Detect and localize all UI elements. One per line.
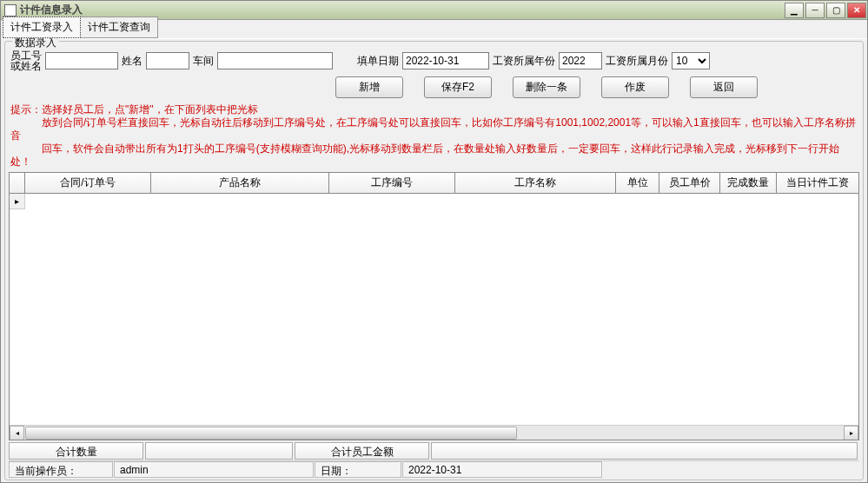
void-button[interactable]: 作废 xyxy=(601,76,669,98)
app-icon xyxy=(4,4,17,17)
label-wage-month: 工资所属月份 xyxy=(606,54,668,69)
input-emp[interactable] xyxy=(45,52,118,69)
restore-button[interactable]: ─ xyxy=(805,3,825,18)
grid-col-unit[interactable]: 单位 xyxy=(616,173,659,193)
summary-amt-value xyxy=(431,442,858,460)
select-wage-month[interactable]: 10 xyxy=(672,52,710,69)
horizontal-scrollbar[interactable]: ◂ ▸ xyxy=(10,425,858,440)
minimize-button[interactable]: ▁ xyxy=(785,3,804,18)
input-workshop[interactable] xyxy=(217,52,333,69)
input-wage-year[interactable] xyxy=(559,52,602,69)
summary-qty-label: 合计数量 xyxy=(9,442,143,460)
input-name[interactable] xyxy=(146,52,189,69)
grid-header: 合同/订单号 产品名称 工序编号 工序名称 单位 员工单价 完成数量 当日计件工… xyxy=(10,173,858,194)
window: 计件信息录入 ▁ ─ ▢ ✕ 计件工资录入 计件工资查询 数据录入 员工号 或姓… xyxy=(0,0,868,483)
scroll-thumb[interactable] xyxy=(25,427,517,440)
status-date-value: 2022-10-31 xyxy=(402,461,602,478)
scroll-track[interactable] xyxy=(24,426,844,440)
summary-amt-label: 合计员工金额 xyxy=(295,442,429,460)
grid-header-marker xyxy=(10,173,25,193)
summary-row: 合计数量 合计员工金额 xyxy=(9,442,859,460)
grid-col-wage[interactable]: 当日计件工资 xyxy=(777,173,858,193)
tabs: 计件工资录入 计件工资查询 xyxy=(1,20,867,39)
form-row: 员工号 或姓名 姓名 车间 填单日期 工资所属年份 工资所属月份 10 xyxy=(5,47,863,75)
grid-col-contract[interactable]: 合同/订单号 xyxy=(25,173,151,193)
grid-body[interactable]: ▸ xyxy=(10,194,858,425)
data-grid[interactable]: 合同/订单号 产品名称 工序编号 工序名称 单位 员工单价 完成数量 当日计件工… xyxy=(9,172,859,440)
groupbox-data-entry: 数据录入 员工号 或姓名 姓名 车间 填单日期 工资所属年份 工资所属月份 10… xyxy=(4,41,864,480)
delete-button[interactable]: 删除一条 xyxy=(513,76,580,98)
hint-text: 提示：选择好员工后，点"新增"，在下面列表中把光标 提示：放到合同/订单号栏直接… xyxy=(5,102,863,172)
grid-col-price[interactable]: 员工单价 xyxy=(659,173,720,193)
tab-query[interactable]: 计件工资查询 xyxy=(80,17,158,38)
save-button[interactable]: 保存F2 xyxy=(424,76,492,98)
status-date-label: 日期： xyxy=(315,461,401,478)
row-marker-icon: ▸ xyxy=(10,194,25,209)
label-bill-date: 填单日期 xyxy=(357,54,399,69)
label-wage-year: 工资所属年份 xyxy=(493,54,555,69)
close-button[interactable]: ✕ xyxy=(847,3,866,18)
grid-col-qty[interactable]: 完成数量 xyxy=(720,173,777,193)
scroll-right-icon[interactable]: ▸ xyxy=(844,426,858,440)
grid-col-process-no[interactable]: 工序编号 xyxy=(329,173,455,193)
label-emp: 员工号 或姓名 xyxy=(10,50,42,71)
maximize-button[interactable]: ▢ xyxy=(826,3,845,18)
summary-qty-value xyxy=(145,442,293,460)
grid-col-product[interactable]: 产品名称 xyxy=(151,173,329,193)
add-button[interactable]: 新增 xyxy=(335,76,403,98)
back-button[interactable]: 返回 xyxy=(690,76,758,98)
grid-col-process-name[interactable]: 工序名称 xyxy=(455,173,616,193)
tab-entry[interactable]: 计件工资录入 xyxy=(3,17,81,38)
button-row: 新增 保存F2 删除一条 作废 返回 xyxy=(5,75,863,102)
input-bill-date[interactable] xyxy=(402,52,489,69)
statusbar: 当前操作员： admin 日期： 2022-10-31 xyxy=(9,460,859,478)
window-title: 计件信息录入 xyxy=(20,3,784,17)
scroll-left-icon[interactable]: ◂ xyxy=(10,426,24,440)
label-workshop: 车间 xyxy=(193,54,214,69)
status-operator-value: admin xyxy=(114,461,314,478)
status-operator-label: 当前操作员： xyxy=(9,461,113,478)
label-name: 姓名 xyxy=(122,54,142,69)
